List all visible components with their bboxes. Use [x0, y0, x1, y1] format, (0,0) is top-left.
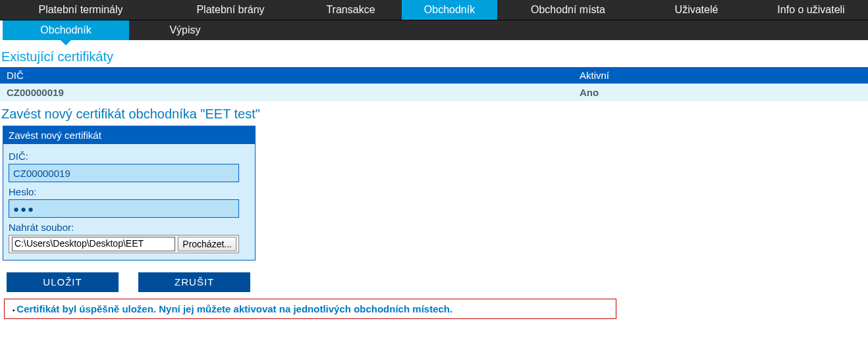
th-active: Aktivní: [573, 67, 868, 84]
save-button[interactable]: ULOŽIT: [7, 272, 119, 292]
panel-title: Zavést nový certifikát: [3, 126, 255, 144]
sub-nav: Obchodník Výpisy: [3, 20, 868, 40]
nav-terminals[interactable]: Platební terminály: [0, 0, 161, 20]
nav-userinfo[interactable]: Info o uživateli: [754, 0, 868, 20]
cell-dic: CZ00000019: [0, 84, 573, 101]
label-dic: DIČ:: [9, 151, 250, 162]
cancel-button[interactable]: ZRUŠIT: [138, 272, 250, 292]
cell-active: Ano: [573, 84, 868, 101]
subnav-statements[interactable]: Výpisy: [129, 20, 241, 40]
label-upload: Nahrát soubor:: [9, 222, 250, 233]
th-dic: DIČ: [0, 67, 573, 84]
file-path[interactable]: C:\Users\Desktop\Desktop\EET: [12, 237, 175, 251]
file-picker: C:\Users\Desktop\Desktop\EET Procházet..…: [9, 235, 239, 253]
input-dic[interactable]: [9, 164, 239, 182]
input-password[interactable]: [9, 199, 239, 218]
nav-users[interactable]: Uživatelé: [639, 0, 754, 20]
label-password: Heslo:: [9, 186, 250, 197]
subnav-merchant[interactable]: Obchodník: [3, 20, 129, 40]
action-bar: ULOŽIT ZRUŠIT: [7, 272, 868, 292]
browse-button[interactable]: Procházet...: [178, 237, 236, 251]
cert-table: DIČ Aktivní CZ00000019 Ano: [0, 67, 868, 101]
success-message-box: Certifikát byl úspěšně uložen. Nyní jej …: [4, 299, 616, 319]
success-message: Certifikát byl úspěšně uložen. Nyní jej …: [13, 303, 610, 314]
nav-gateways[interactable]: Platební brány: [161, 0, 300, 20]
primary-nav: Platební terminály Platební brány Transa…: [0, 0, 868, 20]
nav-transactions[interactable]: Transakce: [300, 0, 402, 20]
table-row[interactable]: CZ00000019 Ano: [0, 84, 868, 101]
nav-merchant[interactable]: Obchodník: [402, 0, 497, 20]
nav-locations[interactable]: Obchodní místa: [497, 0, 639, 20]
heading-existing-certs: Existující certifikáty: [1, 49, 868, 64]
new-cert-panel: Zavést nový certifikát DIČ: Heslo: Nahrá…: [3, 126, 256, 261]
heading-new-cert: Zavést nový certifikát obchodníka "EET t…: [1, 107, 868, 122]
